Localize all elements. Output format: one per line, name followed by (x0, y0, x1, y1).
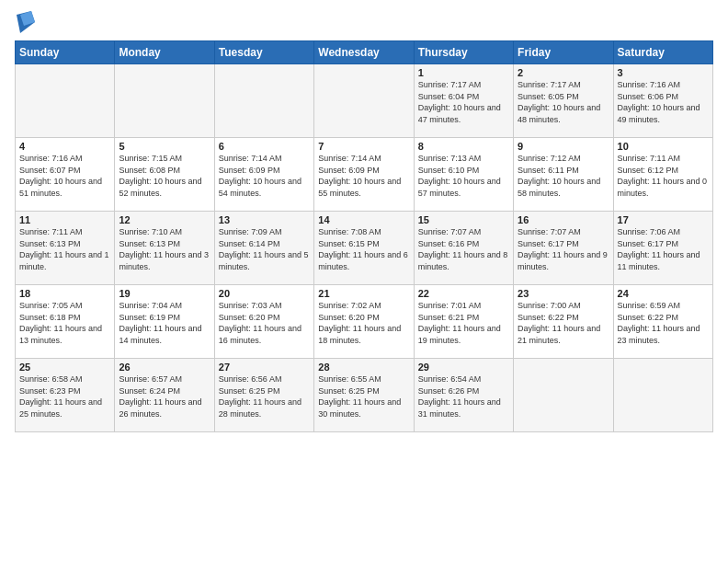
day-number: 14 (318, 214, 409, 225)
calendar-cell: 13Sunrise: 7:09 AM Sunset: 6:14 PM Dayli… (214, 212, 313, 285)
day-info: Sunrise: 7:16 AM Sunset: 6:07 PM Dayligh… (19, 153, 110, 199)
calendar-cell: 19Sunrise: 7:04 AM Sunset: 6:19 PM Dayli… (115, 285, 214, 359)
day-info: Sunrise: 7:00 AM Sunset: 6:22 PM Dayligh… (518, 300, 609, 346)
day-number: 29 (418, 362, 509, 373)
header-sunday: Sunday (16, 41, 115, 64)
calendar-cell: 10Sunrise: 7:11 AM Sunset: 6:12 PM Dayli… (613, 138, 712, 212)
calendar-cell: 2Sunrise: 7:17 AM Sunset: 6:05 PM Daylig… (514, 64, 613, 138)
calendar-cell: 9Sunrise: 7:12 AM Sunset: 6:11 PM Daylig… (514, 138, 613, 212)
day-info: Sunrise: 6:56 AM Sunset: 6:25 PM Dayligh… (219, 373, 310, 419)
calendar-cell: 23Sunrise: 7:00 AM Sunset: 6:22 PM Dayli… (514, 285, 613, 359)
day-info: Sunrise: 7:05 AM Sunset: 6:18 PM Dayligh… (19, 300, 110, 346)
day-number: 10 (618, 141, 709, 152)
header-thursday: Thursday (414, 41, 513, 64)
day-info: Sunrise: 7:11 AM Sunset: 6:12 PM Dayligh… (618, 153, 709, 199)
day-info: Sunrise: 7:02 AM Sunset: 6:20 PM Dayligh… (318, 300, 409, 346)
header (15, 11, 713, 33)
day-info: Sunrise: 7:09 AM Sunset: 6:14 PM Dayligh… (219, 226, 310, 272)
logo-icon (17, 11, 35, 33)
calendar-cell: 7Sunrise: 7:14 AM Sunset: 6:09 PM Daylig… (314, 138, 414, 212)
header-wednesday: Wednesday (314, 41, 414, 64)
calendar-cell: 25Sunrise: 6:58 AM Sunset: 6:23 PM Dayli… (16, 359, 115, 432)
day-number: 15 (418, 214, 509, 225)
day-info: Sunrise: 6:59 AM Sunset: 6:22 PM Dayligh… (618, 300, 709, 346)
calendar-cell: 3Sunrise: 7:16 AM Sunset: 6:06 PM Daylig… (613, 64, 712, 138)
calendar-cell: 4Sunrise: 7:16 AM Sunset: 6:07 PM Daylig… (16, 138, 115, 212)
calendar-header: SundayMondayTuesdayWednesdayThursdayFrid… (16, 41, 713, 64)
calendar-cell (214, 64, 313, 138)
day-number: 4 (19, 141, 110, 152)
calendar-table: SundayMondayTuesdayWednesdayThursdayFrid… (15, 40, 713, 432)
day-info: Sunrise: 7:17 AM Sunset: 6:04 PM Dayligh… (418, 79, 509, 125)
header-friday: Friday (514, 41, 613, 64)
week-row-4: 25Sunrise: 6:58 AM Sunset: 6:23 PM Dayli… (16, 359, 713, 432)
day-info: Sunrise: 6:54 AM Sunset: 6:26 PM Dayligh… (418, 373, 509, 419)
calendar-cell (115, 64, 214, 138)
day-number: 5 (119, 141, 210, 152)
day-number: 26 (119, 362, 210, 373)
header-saturday: Saturday (613, 41, 712, 64)
header-row: SundayMondayTuesdayWednesdayThursdayFrid… (16, 41, 713, 64)
day-number: 7 (318, 141, 409, 152)
calendar-cell: 26Sunrise: 6:57 AM Sunset: 6:24 PM Dayli… (115, 359, 214, 432)
day-number: 8 (418, 141, 509, 152)
calendar-cell: 1Sunrise: 7:17 AM Sunset: 6:04 PM Daylig… (414, 64, 513, 138)
day-number: 25 (19, 362, 110, 373)
calendar-cell: 24Sunrise: 6:59 AM Sunset: 6:22 PM Dayli… (613, 285, 712, 359)
calendar-cell: 29Sunrise: 6:54 AM Sunset: 6:26 PM Dayli… (414, 359, 513, 432)
day-info: Sunrise: 7:14 AM Sunset: 6:09 PM Dayligh… (219, 153, 310, 199)
calendar-cell: 14Sunrise: 7:08 AM Sunset: 6:15 PM Dayli… (314, 212, 414, 285)
day-info: Sunrise: 7:04 AM Sunset: 6:19 PM Dayligh… (119, 300, 210, 346)
calendar-cell: 16Sunrise: 7:07 AM Sunset: 6:17 PM Dayli… (514, 212, 613, 285)
page: SundayMondayTuesdayWednesdayThursdayFrid… (0, 0, 728, 440)
day-number: 12 (119, 214, 210, 225)
day-number: 1 (418, 67, 509, 78)
day-number: 11 (19, 214, 110, 225)
day-number: 13 (219, 214, 310, 225)
week-row-3: 18Sunrise: 7:05 AM Sunset: 6:18 PM Dayli… (16, 285, 713, 359)
calendar-cell: 11Sunrise: 7:11 AM Sunset: 6:13 PM Dayli… (16, 212, 115, 285)
day-number: 9 (518, 141, 609, 152)
day-info: Sunrise: 7:17 AM Sunset: 6:05 PM Dayligh… (518, 79, 609, 125)
day-info: Sunrise: 7:07 AM Sunset: 6:17 PM Dayligh… (518, 226, 609, 272)
calendar-cell (314, 64, 414, 138)
day-number: 20 (219, 288, 310, 299)
day-number: 6 (219, 141, 310, 152)
day-info: Sunrise: 7:06 AM Sunset: 6:17 PM Dayligh… (618, 226, 709, 272)
calendar-cell: 8Sunrise: 7:13 AM Sunset: 6:10 PM Daylig… (414, 138, 513, 212)
calendar-cell: 22Sunrise: 7:01 AM Sunset: 6:21 PM Dayli… (414, 285, 513, 359)
day-number: 27 (219, 362, 310, 373)
calendar-cell: 12Sunrise: 7:10 AM Sunset: 6:13 PM Dayli… (115, 212, 214, 285)
day-info: Sunrise: 7:14 AM Sunset: 6:09 PM Dayligh… (318, 153, 409, 199)
day-info: Sunrise: 7:12 AM Sunset: 6:11 PM Dayligh… (518, 153, 609, 199)
week-row-1: 4Sunrise: 7:16 AM Sunset: 6:07 PM Daylig… (16, 138, 713, 212)
day-number: 17 (618, 214, 709, 225)
day-number: 24 (618, 288, 709, 299)
day-info: Sunrise: 6:55 AM Sunset: 6:25 PM Dayligh… (318, 373, 409, 419)
calendar-cell: 20Sunrise: 7:03 AM Sunset: 6:20 PM Dayli… (214, 285, 313, 359)
day-number: 28 (318, 362, 409, 373)
day-info: Sunrise: 7:15 AM Sunset: 6:08 PM Dayligh… (119, 153, 210, 199)
calendar-cell (514, 359, 613, 432)
day-number: 3 (618, 67, 709, 78)
calendar-body: 1Sunrise: 7:17 AM Sunset: 6:04 PM Daylig… (16, 64, 713, 432)
day-number: 21 (318, 288, 409, 299)
day-info: Sunrise: 6:58 AM Sunset: 6:23 PM Dayligh… (19, 373, 110, 419)
calendar-cell (16, 64, 115, 138)
day-info: Sunrise: 7:08 AM Sunset: 6:15 PM Dayligh… (318, 226, 409, 272)
day-number: 16 (518, 214, 609, 225)
day-number: 2 (518, 67, 609, 78)
day-number: 22 (418, 288, 509, 299)
calendar-cell: 17Sunrise: 7:06 AM Sunset: 6:17 PM Dayli… (613, 212, 712, 285)
day-info: Sunrise: 7:01 AM Sunset: 6:21 PM Dayligh… (418, 300, 509, 346)
day-info: Sunrise: 7:10 AM Sunset: 6:13 PM Dayligh… (119, 226, 210, 272)
calendar-cell (613, 359, 712, 432)
day-info: Sunrise: 7:07 AM Sunset: 6:16 PM Dayligh… (418, 226, 509, 272)
day-number: 18 (19, 288, 110, 299)
header-tuesday: Tuesday (214, 41, 313, 64)
calendar-cell: 18Sunrise: 7:05 AM Sunset: 6:18 PM Dayli… (16, 285, 115, 359)
header-monday: Monday (115, 41, 214, 64)
week-row-2: 11Sunrise: 7:11 AM Sunset: 6:13 PM Dayli… (16, 212, 713, 285)
calendar-cell: 6Sunrise: 7:14 AM Sunset: 6:09 PM Daylig… (214, 138, 313, 212)
day-info: Sunrise: 7:11 AM Sunset: 6:13 PM Dayligh… (19, 226, 110, 272)
